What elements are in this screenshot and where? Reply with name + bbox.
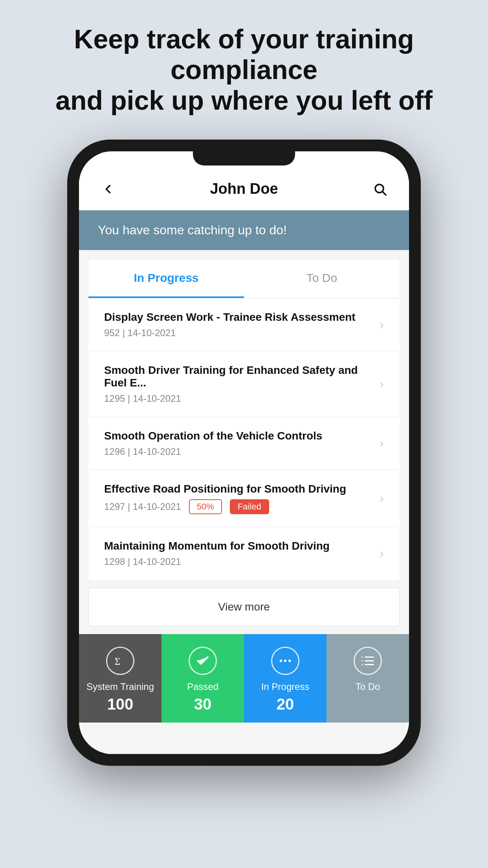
bottom-tab-todo[interactable]: To Do [327, 634, 409, 723]
svg-text:Σ: Σ [115, 655, 121, 666]
chevron-right-icon: › [380, 436, 384, 451]
banner-text: You have some catching up to do! [98, 223, 390, 237]
svg-point-5 [288, 659, 291, 662]
svg-line-1 [383, 191, 386, 195]
list-item-meta: 952 | 14-10-2021 [104, 327, 373, 338]
list-item-meta: 1296 | 14-10-2021 [104, 446, 373, 457]
list-item-content: Display Screen Work - Trainee Risk Asses… [104, 311, 373, 338]
percent-badge: 50% [189, 499, 222, 514]
phone-notch [193, 151, 295, 166]
list-item-content: Maintaining Momentum for Smooth Driving … [104, 540, 373, 567]
list-item-content: Smooth Driver Training for Enhanced Safe… [104, 364, 373, 404]
bottom-tab-passed[interactable]: Passed 30 [161, 634, 244, 723]
list-item-content: Effective Road Positioning for Smooth Dr… [104, 483, 373, 514]
list-item-meta-text: 1295 | 14-10-2021 [104, 393, 181, 404]
check-icon [189, 647, 217, 675]
view-more-button[interactable]: View more [88, 588, 400, 626]
tab-bar: In Progress To Do [88, 259, 400, 298]
bottom-tab-system-label: System Training [86, 681, 154, 692]
list-item-meta-text: 952 | 14-10-2021 [104, 327, 176, 338]
banner: You have some catching up to do! [79, 210, 409, 250]
list-item-meta-text: 1298 | 14-10-2021 [104, 556, 181, 567]
sigma-icon: Σ [106, 647, 134, 675]
list-item-meta: 1298 | 14-10-2021 [104, 556, 373, 567]
bottom-tab-system[interactable]: Σ System Training 100 [79, 634, 161, 723]
headline: Keep track of your training compliance a… [0, 24, 488, 116]
dots-icon [271, 647, 299, 675]
phone-shell: John Doe You have some catching up to do… [67, 140, 421, 766]
page-title: John Doe [210, 180, 278, 197]
bottom-tab-inprogress-count: 20 [277, 695, 294, 713]
list-item[interactable]: Effective Road Positioning for Smooth Dr… [88, 470, 400, 527]
list-item-title: Maintaining Momentum for Smooth Driving [104, 540, 373, 552]
phone-screen: John Doe You have some catching up to do… [79, 151, 409, 754]
chevron-right-icon: › [380, 546, 384, 561]
list-item[interactable]: Smooth Operation of the Vehicle Controls… [88, 417, 400, 470]
svg-point-4 [284, 659, 286, 662]
list-icon [354, 647, 382, 675]
headline-line2: and pick up where you left off [55, 85, 433, 115]
tab-in-progress[interactable]: In Progress [88, 259, 244, 298]
list-item[interactable]: Smooth Driver Training for Enhanced Safe… [88, 351, 400, 417]
list-item-title: Smooth Driver Training for Enhanced Safe… [104, 364, 373, 389]
list-item-content: Smooth Operation of the Vehicle Controls… [104, 430, 373, 457]
list-item[interactable]: Maintaining Momentum for Smooth Driving … [88, 527, 400, 580]
bottom-tab-bar: Σ System Training 100 Passed 30 [79, 634, 409, 754]
list-item-meta: 1297 | 14-10-2021 50% Failed [104, 499, 373, 514]
search-button[interactable] [370, 179, 390, 199]
chevron-right-icon: › [380, 377, 384, 391]
list-item-meta: 1295 | 14-10-2021 [104, 393, 373, 404]
tab-to-do[interactable]: To Do [244, 259, 400, 298]
list-item-meta-text: 1296 | 14-10-2021 [104, 446, 181, 457]
headline-line1: Keep track of your training compliance [74, 24, 414, 85]
list-item-title: Display Screen Work - Trainee Risk Asses… [104, 311, 373, 324]
bottom-tab-inprogress[interactable]: In Progress 20 [244, 634, 327, 723]
bottom-tab-passed-count: 30 [194, 695, 212, 713]
training-list: Display Screen Work - Trainee Risk Asses… [88, 298, 400, 580]
bottom-tab-passed-label: Passed [187, 681, 218, 692]
list-item-meta-text: 1297 | 14-10-2021 [104, 501, 181, 512]
bottom-tab-system-count: 100 [107, 695, 134, 713]
status-badge: Failed [230, 499, 269, 514]
list-item-title: Effective Road Positioning for Smooth Dr… [104, 483, 373, 495]
svg-point-3 [280, 659, 282, 662]
bottom-tab-inprogress-label: In Progress [261, 681, 310, 692]
list-item-title: Smooth Operation of the Vehicle Controls [104, 430, 373, 442]
bottom-tab-todo-label: To Do [356, 681, 380, 692]
back-button[interactable] [98, 179, 118, 199]
list-item[interactable]: Display Screen Work - Trainee Risk Asses… [88, 298, 400, 351]
chevron-right-icon: › [380, 491, 384, 506]
chevron-right-icon: › [380, 317, 384, 332]
